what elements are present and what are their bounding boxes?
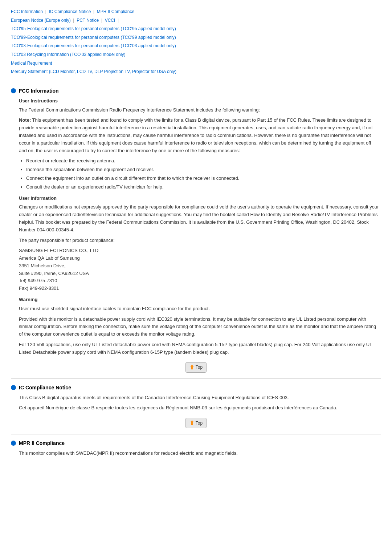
ic-bullet-icon — [11, 385, 16, 390]
ic-divider — [11, 378, 381, 379]
company-line-2: 3351 Michelson Drive, — [19, 263, 66, 268]
nav-sep-4: | — [101, 18, 102, 23]
user-information-text: Changes or modifications not expressly a… — [19, 203, 380, 234]
nav-link-fcc[interactable]: FCC Information — [11, 9, 43, 14]
fcc-bullet-item: Consult the dealer or an experienced rad… — [26, 183, 380, 191]
fcc-bullet-item: Connect the equipment into an outlet on … — [26, 175, 380, 182]
company-info: SAMSUNG ELECTRONICS CO., LTD America QA … — [19, 247, 380, 292]
fcc-bullet-item: Increase the separation between the equi… — [26, 166, 380, 174]
warning-text2: Provided with this monitor is a detachab… — [19, 316, 380, 338]
mpr-header: MPR II Compliance — [11, 440, 381, 446]
fcc-header: FCC Information — [11, 88, 381, 94]
top-arrow-icon-2: ⇧ — [189, 420, 194, 426]
mpr-section: MPR II Compliance This monitor complies … — [11, 440, 381, 457]
ic-top-button-label: Top — [196, 421, 203, 426]
fcc-content: User Instructions The Federal Communicat… — [11, 97, 381, 356]
nav-sep-2: | — [93, 9, 94, 14]
nav-link-tco03[interactable]: TCO'03-Ecological requirements for perso… — [11, 43, 176, 48]
nav-link-vcci[interactable]: VCCI — [105, 18, 115, 23]
nav-link-mercury[interactable]: Mercury Statement (LCD Monitor, LCD TV, … — [11, 69, 176, 74]
user-information-heading: User Information — [19, 195, 380, 202]
nav-link-tco03r[interactable]: TCO'03 Recycling Information (TCO'03 app… — [11, 52, 125, 57]
note-body: This equipment has been tested and found… — [19, 117, 373, 153]
nav-sep-1: | — [45, 9, 46, 14]
top-divider — [11, 82, 381, 82]
nav-link-tco99[interactable]: TCO'99-Ecological requirements for perso… — [11, 35, 176, 40]
nav-link-medical[interactable]: Medical Requirement — [11, 61, 52, 66]
ic-top-button[interactable]: ⇧ Top — [185, 418, 207, 428]
nav-link-pct[interactable]: PCT Notice — [77, 18, 99, 23]
company-line-0: SAMSUNG ELECTRONICS CO., LTD — [19, 248, 98, 253]
nav-links: FCC Information | IC Compliance Notice |… — [11, 7, 381, 76]
ic-section: IC Compliance Notice This Class B digita… — [11, 385, 381, 429]
party-text: The party responsible for product compli… — [19, 237, 380, 244]
fcc-top-btn-container: ⇧ Top — [11, 362, 381, 373]
fcc-bullet-icon — [11, 88, 16, 93]
user-instructions-heading: User Instructions — [19, 97, 380, 105]
mpr-title: MPR II Compliance — [19, 440, 65, 446]
warning-text3: For 120 Volt applications, use only UL L… — [19, 341, 380, 356]
nav-link-european[interactable]: European Notice (Europe only) — [11, 18, 71, 23]
company-line-4: Tel) 949-975-7310 — [19, 278, 57, 283]
fcc-bullet-item: Reorient or relocate the receiving anten… — [26, 157, 380, 165]
company-line-5: Fax) 949-922-8301 — [19, 285, 59, 291]
nav-sep-5: | — [118, 18, 119, 23]
company-line-3: Suite #290, Irvine, CA92612 USA — [19, 271, 89, 276]
nav-sep-3: | — [73, 18, 74, 23]
warning-heading: Warning — [19, 296, 380, 304]
mpr-content: This monitor complies with SWEDAC(MPR II… — [11, 450, 381, 457]
ic-title: IC Compliance Notice — [19, 385, 71, 390]
ic-header: IC Compliance Notice — [11, 385, 381, 390]
company-line-1: America QA Lab of Samsung — [19, 255, 80, 261]
nav-link-mpr[interactable]: MPR II Compliance — [97, 9, 134, 14]
ic-text2: Cet appareil Numérique de classe B respe… — [19, 404, 380, 412]
ic-text1: This Class B digital apparatus meets all… — [19, 394, 380, 402]
ic-content: This Class B digital apparatus meets all… — [11, 394, 381, 412]
nav-link-ic[interactable]: IC Compliance Notice — [49, 9, 91, 14]
fcc-title: FCC Information — [19, 88, 59, 94]
mpr-divider — [11, 434, 381, 434]
ic-top-btn-container: ⇧ Top — [11, 418, 381, 428]
fcc-top-button[interactable]: ⇧ Top — [185, 362, 207, 373]
fcc-top-button-label: Top — [196, 365, 203, 370]
warning-text1: User must use shielded signal interface … — [19, 305, 380, 313]
mpr-bullet-icon — [11, 441, 16, 446]
mpr-text1: This monitor complies with SWEDAC(MPR II… — [19, 450, 380, 457]
nav-link-tco95[interactable]: TCO'95-Ecological requirements for perso… — [11, 26, 176, 31]
fcc-section: FCC Information User Instructions The Fe… — [11, 88, 381, 373]
top-arrow-icon: ⇧ — [189, 364, 194, 371]
note-label: Note: — [19, 117, 31, 123]
note-text: Note: This equipment has been tested and… — [19, 117, 380, 154]
fcc-bullet-list: Reorient or relocate the receiving anten… — [26, 157, 380, 191]
user-instructions-intro: The Federal Communications Commission Ra… — [19, 106, 380, 114]
